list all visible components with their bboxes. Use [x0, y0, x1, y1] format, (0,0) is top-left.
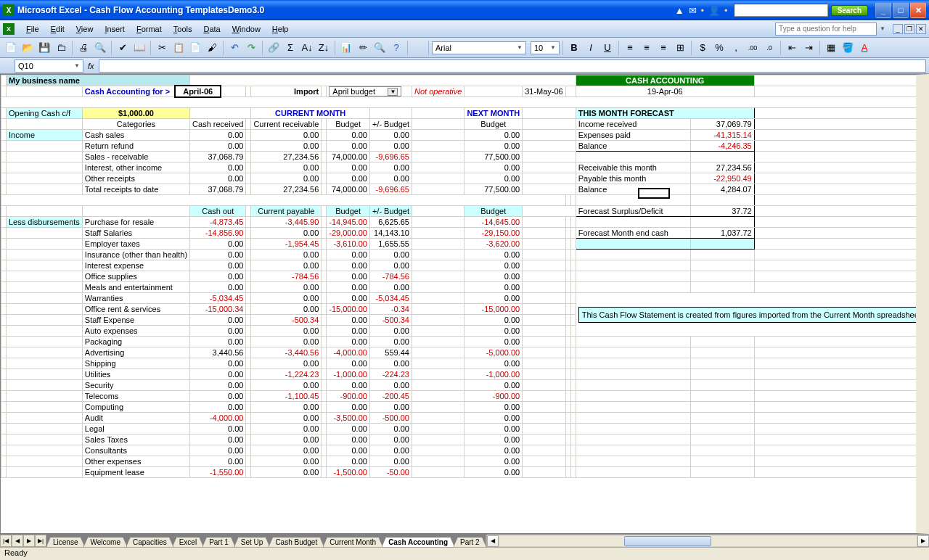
opening-value[interactable]: $1,000.00: [82, 108, 189, 119]
cell[interactable]: -14,945.00: [327, 217, 370, 228]
new-icon[interactable]: 📄: [3, 40, 19, 56]
cell[interactable]: -29,150.00: [464, 228, 523, 239]
cell[interactable]: -3,500.00: [327, 413, 370, 424]
align-left-icon[interactable]: ≡: [622, 40, 638, 56]
cell[interactable]: 0.00: [464, 260, 523, 271]
cell[interactable]: -784.56: [369, 271, 412, 282]
cell[interactable]: -15,000.00: [327, 304, 370, 315]
cell[interactable]: -1,954.45: [251, 239, 322, 250]
sheet-tab[interactable]: Part 2: [454, 537, 486, 547]
cell[interactable]: 0.00: [327, 260, 370, 271]
titlebar-search-button[interactable]: Search: [831, 5, 868, 16]
borders-icon[interactable]: ▦: [823, 40, 839, 56]
cell[interactable]: 0.00: [369, 260, 412, 271]
next-budget-header-2[interactable]: Budget: [464, 206, 523, 217]
sheet-tab[interactable]: Set Up: [234, 537, 270, 547]
cell[interactable]: 559.44: [369, 347, 412, 358]
cell[interactable]: 0.00: [369, 402, 412, 413]
tab-nav-prev[interactable]: ◀: [12, 535, 23, 547]
cell[interactable]: 0.00: [190, 456, 246, 467]
cell[interactable]: 0.00: [251, 293, 322, 304]
bold-button[interactable]: B: [566, 40, 582, 56]
budget-header[interactable]: Budget: [327, 119, 370, 130]
hyperlink-icon[interactable]: 🔗: [266, 40, 282, 56]
cell[interactable]: -3,620.00: [464, 239, 523, 250]
disb-category[interactable]: Office supplies: [82, 271, 189, 282]
cell[interactable]: 0.00: [190, 402, 246, 413]
sheet-tab[interactable]: Welcome: [83, 537, 127, 547]
format-painter-icon[interactable]: 🖌: [204, 40, 220, 56]
cell[interactable]: 0.00: [190, 260, 246, 271]
cell[interactable]: -4,000.00: [327, 347, 370, 358]
cell[interactable]: 0.00: [369, 358, 412, 369]
underline-button[interactable]: U: [599, 40, 615, 56]
currency-icon[interactable]: $: [695, 40, 711, 56]
cell[interactable]: -1,000.00: [327, 369, 370, 380]
cell[interactable]: 0.00: [464, 130, 523, 141]
cell[interactable]: 0.00: [327, 173, 370, 184]
percent-icon[interactable]: %: [711, 40, 727, 56]
cell[interactable]: 0.00: [190, 239, 246, 250]
income-category[interactable]: Interest, other income: [82, 162, 189, 173]
cell[interactable]: 0.00: [327, 435, 370, 445]
cell[interactable]: 0.00: [190, 380, 246, 391]
cell[interactable]: 6,625.65: [369, 217, 412, 228]
cell[interactable]: 0.00: [464, 293, 523, 304]
cell[interactable]: 27,234.56: [251, 184, 322, 195]
cell[interactable]: 1,655.55: [369, 239, 412, 250]
sheet-tab[interactable]: Cash Budget: [269, 537, 324, 547]
cell[interactable]: 0.00: [369, 435, 412, 445]
cash-received-header[interactable]: Cash received: [190, 119, 246, 130]
cell[interactable]: -14,856.90: [190, 228, 246, 239]
opening-label[interactable]: Opening Cash c/f: [7, 108, 83, 119]
cell[interactable]: 0.00: [251, 445, 322, 456]
forecast-label[interactable]: Forecast Month end cash: [576, 228, 690, 239]
cell[interactable]: 0.00: [369, 380, 412, 391]
tab-nav-last[interactable]: ▶|: [35, 535, 46, 547]
font-color-icon[interactable]: A: [856, 40, 872, 56]
fx-icon[interactable]: fx: [88, 62, 94, 70]
menu-file[interactable]: File: [20, 23, 45, 35]
cell[interactable]: 0.00: [251, 173, 322, 184]
cell[interactable]: 0.00: [327, 402, 370, 413]
doc-close-button[interactable]: ✕: [916, 24, 926, 34]
cell[interactable]: -15,000.34: [190, 304, 246, 315]
cell[interactable]: 0.00: [190, 173, 246, 184]
help-search-input[interactable]: [775, 22, 877, 36]
forecast-label[interactable]: Payable this month: [576, 173, 690, 184]
income-category[interactable]: Cash sales: [82, 130, 189, 141]
dec-indent-icon[interactable]: ⇤: [784, 40, 800, 56]
pm-budget-header-2[interactable]: +/- Budget: [369, 206, 412, 217]
scroll-down-icon[interactable]: ▼: [917, 522, 929, 533]
cell[interactable]: 0.00: [190, 141, 246, 152]
fill-color-icon[interactable]: 🪣: [840, 40, 856, 56]
disb-category[interactable]: Consultants: [82, 445, 189, 456]
sort-asc-icon[interactable]: A↓: [299, 40, 315, 56]
cell[interactable]: -224.23: [369, 369, 412, 380]
disb-category[interactable]: Utilities: [82, 369, 189, 380]
cell[interactable]: 0.00: [190, 315, 246, 326]
less-disb-label[interactable]: Less disbursements: [7, 217, 83, 228]
cell[interactable]: 0.00: [464, 467, 523, 478]
disb-category[interactable]: Other expenses: [82, 456, 189, 467]
cell[interactable]: -14,645.00: [464, 217, 523, 228]
disb-category[interactable]: Interest expense: [82, 260, 189, 271]
disb-category[interactable]: Office rent & services: [82, 304, 189, 315]
forecast-label[interactable]: Receivable this month: [576, 162, 690, 173]
disb-category[interactable]: Employer taxes: [82, 239, 189, 250]
cell[interactable]: 0.00: [464, 402, 523, 413]
cell[interactable]: -784.56: [251, 271, 322, 282]
cell[interactable]: 0.00: [251, 413, 322, 424]
cell[interactable]: -5,000.00: [464, 347, 523, 358]
cell[interactable]: 0.00: [464, 413, 523, 424]
paste-icon[interactable]: 📄: [187, 40, 203, 56]
cell[interactable]: -1,100.45: [251, 391, 322, 402]
cell[interactable]: -50.00: [369, 467, 412, 478]
cell[interactable]: 0.00: [327, 293, 370, 304]
cell[interactable]: -5,034.45: [190, 293, 246, 304]
cell[interactable]: 0.00: [464, 424, 523, 435]
sheet-tab[interactable]: Excel: [173, 537, 203, 547]
income-label[interactable]: Income: [7, 130, 83, 141]
disb-category[interactable]: Staff Expense: [82, 315, 189, 326]
cell[interactable]: 3,440.56: [190, 347, 246, 358]
